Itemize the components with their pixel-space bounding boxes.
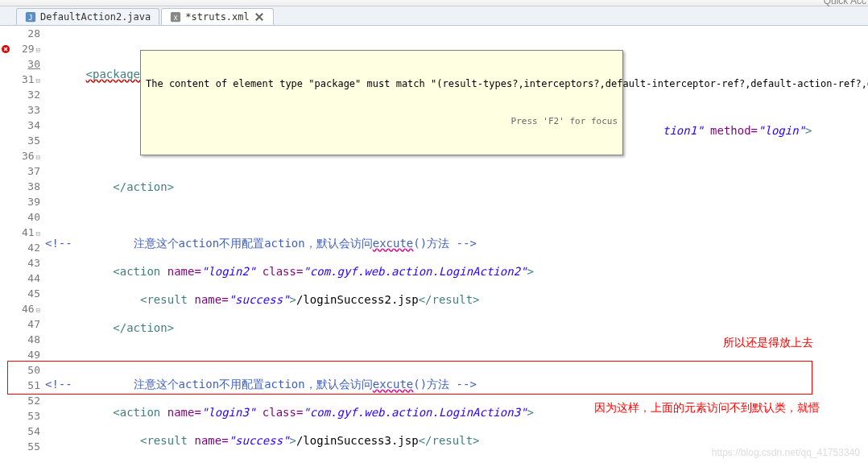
fold-icon[interactable]: ⊟: [35, 46, 40, 54]
java-file-icon: J: [25, 11, 36, 23]
tab-bar: J DefaultAction2.java X *struts.xml: [0, 6, 868, 26]
watermark: https://blog.csdn.net/qq_41753340: [712, 447, 860, 458]
tab-java[interactable]: J DefaultAction2.java: [16, 8, 159, 25]
close-icon[interactable]: [254, 11, 265, 23]
code-area[interactable]: <package name="p1" extends="struts-defau…: [45, 26, 868, 463]
toolbar: [0, 0, 868, 6]
fold-icon[interactable]: ⊟: [35, 229, 40, 238]
error-icon: [1, 44, 10, 54]
tab-xml[interactable]: X *struts.xml: [161, 8, 273, 25]
annotation-top: 所以还是得放上去: [723, 336, 813, 350]
marker-column: [0, 26, 11, 463]
tooltip-focus-hint: Press 'F2' for focus: [146, 115, 618, 127]
line-gutter: 28 29⊟ 30 31⊟ 323334 35 36⊟ 373839 40 41…: [11, 26, 45, 463]
tooltip-text: The content of element type "package" mu…: [146, 78, 618, 90]
svg-text:J: J: [28, 14, 32, 22]
xml-file-icon: X: [170, 11, 181, 23]
editor-area[interactable]: 28 29⊟ 30 31⊟ 323334 35 36⊟ 373839 40 41…: [0, 26, 868, 463]
tab-label: *struts.xml: [185, 11, 249, 23]
annotation-bottom: 因为这样，上面的元素访问不到默认类，就懵: [594, 401, 820, 415]
quick-access[interactable]: Quick Acc: [824, 0, 866, 6]
tab-label: DefaultAction2.java: [40, 11, 151, 23]
fold-icon[interactable]: ⊟: [35, 76, 40, 85]
svg-text:X: X: [174, 14, 178, 22]
error-tooltip: The content of element type "package" mu…: [140, 50, 623, 155]
annotation-box: [7, 361, 812, 395]
fold-icon[interactable]: ⊟: [35, 306, 40, 314]
fold-icon[interactable]: ⊟: [35, 153, 40, 161]
